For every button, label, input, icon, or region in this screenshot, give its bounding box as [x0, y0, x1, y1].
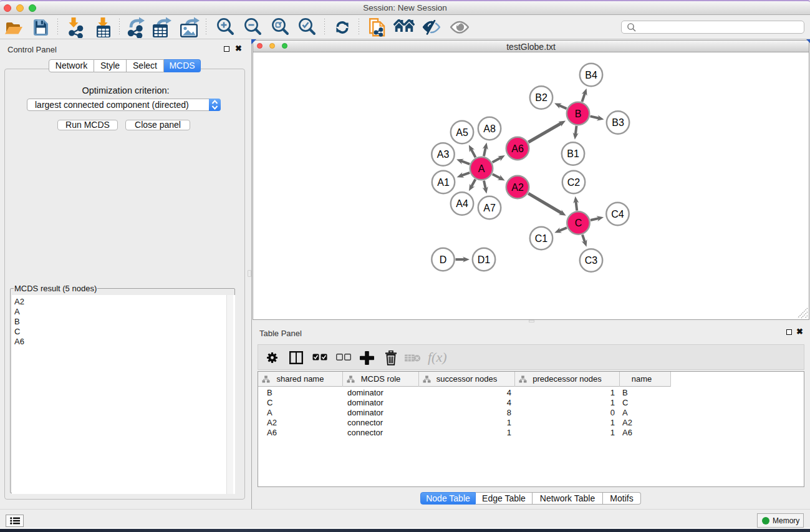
svg-text:B1: B1 [567, 148, 579, 159]
svg-text:B3: B3 [612, 117, 624, 128]
svg-text:B: B [575, 109, 582, 119]
svg-text:A7: A7 [483, 203, 496, 213]
svg-text:B2: B2 [535, 92, 547, 103]
svg-text:A: A [478, 163, 485, 174]
svg-text:C: C [575, 218, 582, 228]
svg-text:A8: A8 [483, 123, 496, 134]
svg-text:C3: C3 [585, 255, 598, 266]
svg-text:C1: C1 [535, 233, 548, 244]
svg-text:A2: A2 [511, 182, 524, 193]
svg-text:D1: D1 [478, 254, 491, 265]
svg-text:A5: A5 [456, 127, 468, 138]
svg-text:C4: C4 [611, 209, 624, 220]
svg-text:C2: C2 [567, 177, 581, 188]
svg-text:A1: A1 [437, 177, 450, 188]
svg-text:B4: B4 [585, 70, 597, 80]
svg-text:A3: A3 [437, 149, 450, 160]
svg-text:A6: A6 [511, 143, 524, 154]
svg-text:A4: A4 [456, 198, 468, 209]
svg-text:D: D [440, 254, 447, 265]
